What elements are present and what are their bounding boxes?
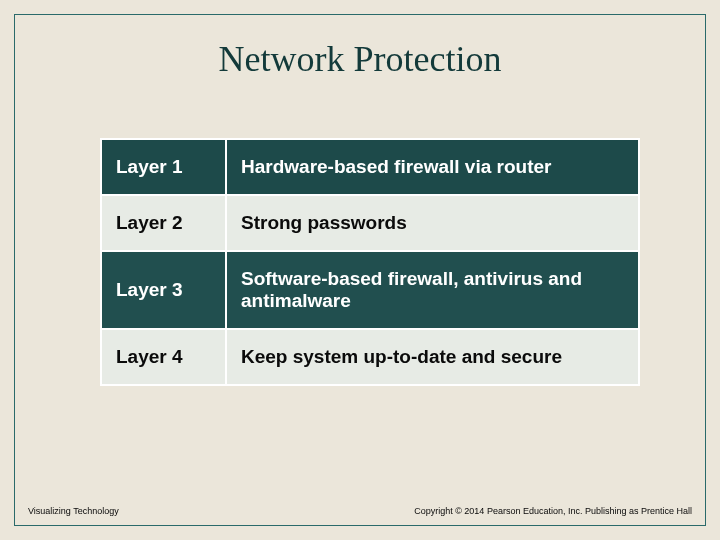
footer-left: Visualizing Technology (28, 506, 119, 516)
footer-right: Copyright © 2014 Pearson Education, Inc.… (414, 506, 692, 516)
footer: Visualizing Technology Copyright © 2014 … (28, 506, 692, 516)
slide-frame (14, 14, 706, 526)
